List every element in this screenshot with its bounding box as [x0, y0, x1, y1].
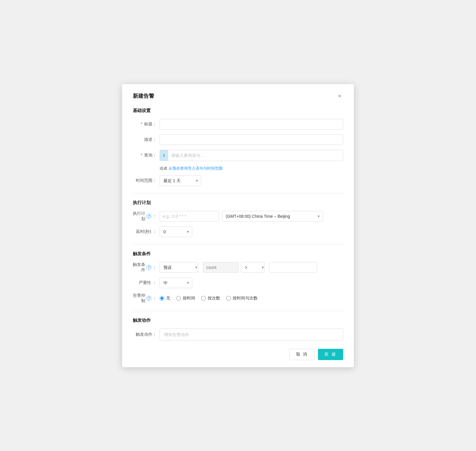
divider-1	[133, 193, 343, 193]
schedule-title: 执行计划	[133, 200, 343, 206]
suppress-none-radio[interactable]	[160, 296, 164, 301]
dialog-footer: 取 消 新 建	[133, 349, 343, 360]
count-field	[203, 262, 239, 273]
suppress-by-time-text: 按时间	[183, 296, 195, 301]
title-label: * 标题：	[133, 122, 160, 127]
action-input[interactable]	[160, 329, 343, 340]
suppress-by-count-label[interactable]: 按次数	[201, 296, 220, 301]
delay-label: 延时(秒)：	[133, 229, 160, 234]
action-title: 触发动作	[133, 318, 343, 323]
import-link[interactable]: 从预存查询导入语句与时间范围	[168, 166, 223, 171]
help-icon-suppress: ?	[146, 296, 151, 301]
suppress-row: 告警抑制 ?： 无 按时间 按次数 按时间与次数	[133, 293, 343, 304]
suppress-radio-group: 无 按时间 按次数 按时间与次数	[160, 296, 258, 301]
delay-select-wrap: 0 ▼	[160, 226, 192, 237]
close-button[interactable]: ×	[336, 92, 343, 100]
description-input[interactable]	[160, 134, 343, 145]
preset-select-wrap: 预设 ▼	[160, 262, 201, 273]
query-input-wrap: 1	[160, 150, 343, 161]
help-icon-schedule: ?	[146, 214, 151, 219]
trigger-title: 触发条件	[133, 251, 343, 257]
time-range-select[interactable]: 最近 1 天	[160, 175, 201, 186]
create-button[interactable]: 新 建	[318, 349, 343, 360]
preset-select[interactable]: 预设	[160, 262, 198, 273]
basic-settings-title: 基础设置	[133, 108, 343, 113]
divider-2	[133, 244, 343, 245]
required-star-query: *	[141, 153, 142, 157]
schedule-label: 执行计划 ?：	[133, 211, 160, 222]
dialog-header: 新建告警 ×	[133, 92, 343, 100]
timezone-select[interactable]: (GMT+08:00) China Time – Beijing	[222, 211, 323, 222]
suppress-by-both-radio[interactable]	[226, 296, 231, 301]
action-row: 触发动作：	[133, 329, 343, 340]
time-range-label: 时间范围：	[133, 178, 160, 183]
delay-select[interactable]: 0	[160, 226, 192, 237]
suppress-none-label[interactable]: 无	[160, 296, 170, 301]
import-link-row: 或者 从预存查询导入语句与时间范围	[160, 166, 343, 171]
dialog-title: 新建告警	[133, 92, 154, 100]
action-label: 触发动作：	[133, 332, 160, 337]
time-range-select-wrap: 最近 1 天 ▼	[160, 175, 201, 186]
severity-select-wrap: 中 ▼	[160, 277, 192, 288]
trigger-condition-label: 触发条件 ?：	[133, 262, 160, 273]
suppress-label: 告警抑制 ?：	[133, 293, 160, 304]
query-input[interactable]	[168, 150, 343, 161]
delay-row: 延时(秒)： 0 ▼	[133, 226, 343, 237]
divider-3	[133, 311, 343, 311]
basic-settings-section: 基础设置 * 标题： 描述： * 查询： 1	[133, 108, 343, 186]
help-icon-trigger: ?	[146, 265, 151, 270]
severity-select[interactable]: 中	[160, 277, 192, 288]
schedule-row: 执行计划 ?： (GMT+08:00) China Time – Beijing…	[133, 211, 343, 222]
action-section: 触发动作 触发动作：	[133, 318, 343, 340]
query-row: * 查询： 1	[133, 150, 343, 161]
cron-input[interactable]	[160, 211, 219, 222]
timezone-select-wrap: (GMT+08:00) China Time – Beijing ▼	[222, 211, 323, 222]
query-prefix: 1	[160, 150, 168, 161]
threshold-input[interactable]: 0	[269, 262, 317, 273]
new-alert-dialog: 新建告警 × 基础设置 * 标题： 描述： * 查询：	[122, 84, 354, 367]
operator-select-wrap: > ▼	[241, 262, 267, 273]
query-label: * 查询：	[133, 153, 160, 158]
operator-select[interactable]: >	[241, 262, 265, 273]
suppress-none-text: 无	[166, 296, 170, 301]
schedule-section: 执行计划 执行计划 ?： (GMT+08:00) China Time – Be…	[133, 200, 343, 237]
description-row: 描述：	[133, 134, 343, 145]
severity-row: 严重性： 中 ▼	[133, 277, 343, 288]
trigger-section: 触发条件 触发条件 ?： 预设 ▼ > ▼ 0	[133, 251, 343, 304]
cancel-button[interactable]: 取 消	[289, 349, 314, 360]
title-input[interactable]	[160, 119, 343, 130]
suppress-by-count-text: 按次数	[208, 296, 220, 301]
title-row: * 标题：	[133, 119, 343, 130]
required-star: *	[141, 122, 142, 126]
suppress-by-time-radio[interactable]	[176, 296, 181, 301]
description-label: 描述：	[133, 137, 160, 142]
suppress-by-time-label[interactable]: 按时间	[176, 296, 195, 301]
suppress-by-both-text: 按时间与次数	[233, 296, 258, 301]
suppress-by-count-radio[interactable]	[201, 296, 206, 301]
trigger-condition-row: 触发条件 ?： 预设 ▼ > ▼ 0	[133, 262, 343, 273]
suppress-by-both-label[interactable]: 按时间与次数	[226, 296, 258, 301]
time-range-row: 时间范围： 最近 1 天 ▼	[133, 175, 343, 186]
severity-label: 严重性：	[133, 280, 160, 286]
